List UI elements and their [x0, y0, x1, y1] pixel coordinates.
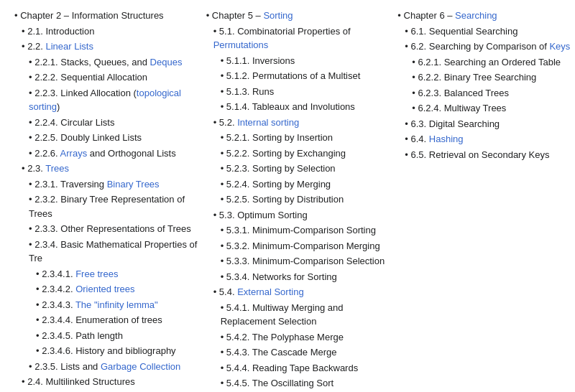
- chapter-5-prefix: Chapter 5 –: [212, 10, 264, 21]
- chapter-5-header: Chapter 5 – Sorting: [206, 9, 391, 23]
- list-item: 2.3.4.4. Enumeration of trees: [14, 313, 199, 327]
- list-item: 5.3.3. Minimum-Comparison Selection: [206, 254, 391, 269]
- list-item: 5.3.2. Minimum-Comparison Merging: [206, 239, 391, 253]
- list-item: 2.3.4. Basic Mathematical Properties of …: [14, 238, 199, 266]
- topological-sorting-link[interactable]: topological sorting: [29, 88, 181, 113]
- list-item: 2.2.5. Doubly Linked Lists: [14, 131, 199, 145]
- list-item: 2.3.3. Other Representations of Trees: [14, 222, 199, 236]
- list-item: 2.2.2. Sequential Allocation: [14, 70, 199, 85]
- list-item: 2.2.4. Circular Lists: [14, 116, 199, 130]
- list-item: 5.4.4. Reading Tape Backwards: [206, 361, 391, 375]
- binary-trees-link[interactable]: Binary Trees: [107, 179, 160, 190]
- list-item: 5.3. Optimum Sorting: [206, 208, 391, 223]
- list-item: 2.1. Introduction: [14, 24, 199, 39]
- list-item: 6.2.2. Binary Tree Searching: [397, 70, 575, 85]
- list-item: 6.3. Digital Searching: [397, 117, 575, 131]
- linear-lists-link[interactable]: Linear Lists: [45, 41, 93, 52]
- list-item: 2.3.5. Lists and Garbage Collection: [14, 360, 199, 374]
- list-item: 2.4. Multilinked Structures: [14, 375, 199, 389]
- oriented-trees-link[interactable]: Oriented trees: [75, 284, 134, 294]
- list-item: 6.4. Hashing: [397, 132, 575, 146]
- list-item: 2.3.1. Traversing Binary Trees: [14, 177, 199, 192]
- chapter-2-prefix: Chapter 2 –: [20, 10, 69, 21]
- arrays-link[interactable]: Arrays: [60, 148, 88, 159]
- list-item: 2.2. Linear Lists: [14, 39, 199, 54]
- column-3: Chapter 6 – Searching 6.1. Sequential Se…: [394, 7, 575, 392]
- chapter-6-header: Chapter 6 – Searching: [397, 9, 575, 23]
- list-item: 5.1.1. Inversions: [206, 54, 391, 68]
- list-item: 5.4.2. The Polyphase Merge: [206, 330, 391, 345]
- free-trees-link[interactable]: Free trees: [75, 269, 118, 279]
- column-2: Chapter 5 – Sorting 5.1. Combinatorial P…: [203, 7, 395, 392]
- chapter-6-prefix: Chapter 6 –: [404, 10, 456, 21]
- main-columns: Chapter 2 – Information Structures 2.1. …: [11, 7, 575, 392]
- permutations-link[interactable]: Permutations: [213, 39, 269, 50]
- list-item: 5.4.1. Multiway Merging and Replacement …: [206, 301, 391, 329]
- keys-link[interactable]: Keys: [549, 41, 570, 52]
- list-item: 2.3.4.5. Path length: [14, 329, 199, 343]
- list-item: 5.3.4. Networks for Sorting: [206, 270, 391, 284]
- list-item: 5.2. Internal sorting: [206, 116, 391, 130]
- list-item: 5.2.1. Sorting by Insertion: [206, 131, 391, 145]
- external-sorting-link[interactable]: External Sorting: [237, 286, 304, 297]
- list-item: 5.2.4. Sorting by Merging: [206, 177, 391, 192]
- hashing-link[interactable]: Hashing: [429, 134, 464, 144]
- list-item: 5.4.5. The Oscillating Sort: [206, 376, 391, 391]
- list-item: 6.2.4. Multiway Trees: [397, 101, 575, 116]
- list-item: 5.1.2. Permutations of a Multiset: [206, 69, 391, 83]
- list-item: 6.2.3. Balanced Trees: [397, 86, 575, 101]
- list-item: 6.1. Sequential Searching: [397, 24, 575, 39]
- internal-sorting-link[interactable]: Internal sorting: [237, 117, 299, 128]
- list-item: 6.2.1. Searching an Ordered Table: [397, 55, 575, 70]
- list-item: 6.5. Retrieval on Secondary Keys: [397, 148, 575, 162]
- chapter-6-link[interactable]: Searching: [455, 10, 497, 21]
- column-1: Chapter 2 – Information Structures 2.1. …: [11, 7, 203, 392]
- list-item: 6.2. Searching by Comparison of Keys: [397, 39, 575, 54]
- list-item: 5.2.3. Sorting by Selection: [206, 162, 391, 176]
- deques-link[interactable]: Deques: [150, 57, 183, 67]
- infinity-lemma-link[interactable]: The "infinity lemma": [75, 299, 158, 310]
- list-item: 2.3.2. Binary Tree Representation of Tre…: [14, 192, 199, 220]
- list-item: 2.3. Trees: [14, 162, 199, 176]
- list-item: 5.1.3. Runs: [206, 85, 391, 99]
- chapter-5-link[interactable]: Sorting: [263, 10, 293, 21]
- list-item: 5.1. Combinatorial Properties of Permuta…: [206, 24, 391, 52]
- list-item: 2.2.6. Arrays and Orthogonal Lists: [14, 146, 199, 161]
- chapter-2-title: Information Structures: [72, 10, 164, 21]
- list-item: 2.2.3. Linked Allocation (topological so…: [14, 86, 199, 114]
- garbage-collection-link[interactable]: Garbage Collection: [101, 361, 180, 372]
- list-item: 2.2.1. Stacks, Queues, and Deques: [14, 55, 199, 70]
- list-item: 2.3.4.2. Oriented trees: [14, 282, 199, 297]
- list-item: 5.3.1. Minimum-Comparison Sorting: [206, 223, 391, 238]
- list-item: 5.2.5. Sorting by Distribution: [206, 192, 391, 207]
- list-item: 5.4. External Sorting: [206, 285, 391, 299]
- trees-link[interactable]: Trees: [45, 163, 69, 174]
- list-item: 5.4.3. The Cascade Merge: [206, 345, 391, 360]
- list-item: 2.3.4.6. History and bibliography: [14, 344, 199, 358]
- list-item: 2.3.4.3. The "infinity lemma": [14, 298, 199, 312]
- list-item: 2.3.4.1. Free trees: [14, 267, 199, 281]
- chapter-2-header: Chapter 2 – Information Structures: [14, 9, 199, 23]
- list-item: 5.1.4. Tableaux and Involutions: [206, 100, 391, 114]
- list-item: 5.2.2. Sorting by Exchanging: [206, 146, 391, 161]
